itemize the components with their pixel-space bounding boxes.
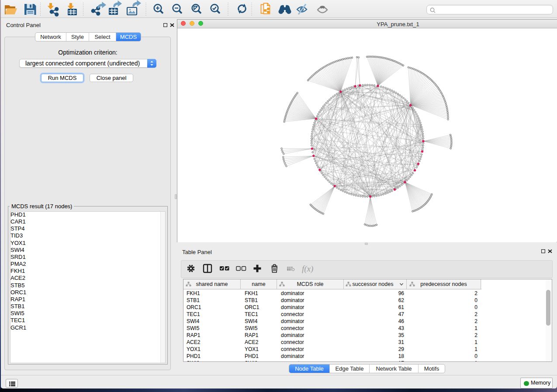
svg-text:f(x): f(x) [302, 264, 313, 274]
